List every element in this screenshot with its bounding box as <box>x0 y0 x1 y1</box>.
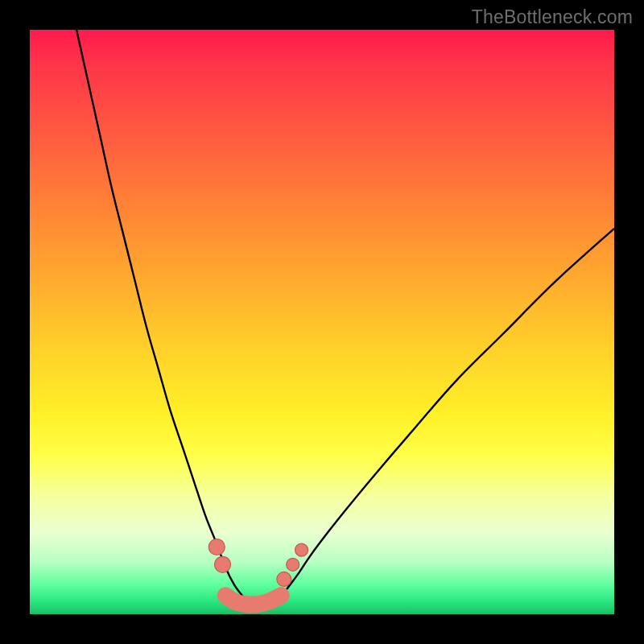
outer-frame: TheBottleneck.com <box>0 0 644 644</box>
left-lower-dot <box>215 556 231 572</box>
right-upper-dot <box>295 543 308 556</box>
watermark-text: TheBottleneck.com <box>472 6 633 28</box>
right-mid-dot <box>287 558 299 571</box>
right-curve-line <box>281 229 614 597</box>
trough-worm-marker <box>225 596 281 605</box>
chart-svg <box>30 30 614 614</box>
left-upper-dot <box>208 539 225 555</box>
plot-area <box>30 30 614 614</box>
right-lower-dot <box>277 572 291 586</box>
left-curve-line <box>76 30 243 597</box>
